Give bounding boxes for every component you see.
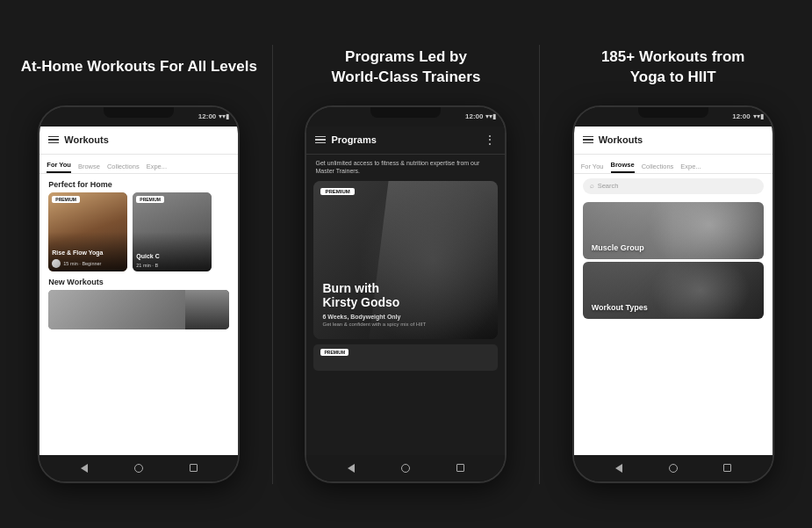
- workout-cards-1: Premium Rise & Flow Yoga 15 min · Beginn…: [40, 192, 238, 271]
- phone-2: 12:00 ▾▾▮ Programs ⋮ Get unlimited acces…: [305, 105, 507, 483]
- panel-1: At-Home Workouts For All Levels 12:00 ▾▾…: [11, 46, 266, 483]
- phone-3: 12:00 ▾▾▮ Workouts For You Browse Collec…: [572, 105, 774, 483]
- phone-2-app-title: Programs: [331, 134, 478, 145]
- new-workout-strip[interactable]: [48, 290, 229, 329]
- search-bar-3[interactable]: ⌕ Search: [583, 178, 764, 194]
- phone-1-status-icons: ▾▾▮: [219, 112, 229, 120]
- phone-3-content: Workouts For You Browse Collections Expe…: [574, 127, 772, 455]
- program-description: Get unlimited access to fitness & nutrit…: [306, 155, 505, 182]
- program-sub: 6 Weeks, Bodyweight Only: [322, 314, 489, 320]
- tab-for-you-1[interactable]: For You: [47, 161, 71, 173]
- phone-3-app-header: Workouts: [574, 127, 772, 155]
- panel-3-heading: 185+ Workouts from Yoga to HIIT: [601, 46, 745, 90]
- panel-2: Programs Led by World-Class Trainers 12:…: [278, 46, 533, 483]
- browse-card-muscle[interactable]: Muscle Group: [583, 202, 764, 259]
- home-button-1[interactable]: [132, 461, 146, 475]
- home-button-2[interactable]: [399, 461, 413, 475]
- home-icon-1: [134, 464, 143, 473]
- phone-1: 12:00 ▾▾▮ Workouts For You Browse Collec…: [38, 105, 240, 483]
- phone-1-app-title: Workouts: [64, 134, 229, 145]
- program-premium-badge: Premium: [320, 188, 354, 195]
- recents-icon-1: [190, 464, 198, 472]
- strip-figure: [185, 290, 229, 329]
- phone-3-tabs: For You Browse Collections Expe...: [574, 155, 772, 174]
- yoga-card-meta: 15 min · Beginner: [52, 259, 124, 268]
- back-button-1[interactable]: [77, 461, 91, 475]
- hamburger-icon-3[interactable]: [583, 136, 593, 144]
- phone-3-time: 12:00: [732, 112, 750, 120]
- home-icon-2: [401, 464, 410, 473]
- hamburger-icon-1[interactable]: [48, 136, 59, 144]
- tab-expert-3[interactable]: Expe...: [680, 163, 701, 173]
- search-icon-3: ⌕: [590, 182, 594, 190]
- phone-1-app-header: Workouts: [40, 127, 238, 155]
- phone-2-nav: [306, 455, 505, 481]
- tab-for-you-3[interactable]: For You: [581, 163, 604, 173]
- program-name: Burn with Kirsty Godso: [322, 281, 489, 311]
- search-placeholder-3: Search: [598, 182, 619, 190]
- phone-1-tabs: For You Browse Collections Expe...: [40, 155, 238, 174]
- card2-meta: 21 min · B: [136, 263, 208, 268]
- divider-2: [539, 45, 540, 484]
- card2-title: Quick C: [136, 253, 208, 260]
- tab-expert-1[interactable]: Expe...: [147, 163, 167, 173]
- browse-grid-3: Muscle Group Workout Types: [574, 199, 772, 322]
- phone-2-app-header: Programs ⋮: [306, 127, 505, 155]
- phone-3-app-title: Workouts: [599, 134, 764, 145]
- new-workouts-label: New Workouts: [40, 271, 238, 290]
- workout-card-2[interactable]: Premium Quick C 21 min · B: [133, 192, 212, 271]
- back-icon-3: [615, 464, 622, 473]
- panel-2-heading: Programs Led by World-Class Trainers: [332, 46, 481, 90]
- recents-button-2[interactable]: [453, 461, 467, 475]
- recents-icon-2: [456, 464, 464, 472]
- phone-3-nav: [574, 455, 772, 481]
- phone-2-status-bar: 12:00 ▾▾▮: [306, 107, 505, 127]
- second-premium-badge: Premium: [320, 349, 349, 356]
- back-button-3[interactable]: [612, 461, 626, 475]
- home-icon-3: [669, 464, 678, 473]
- hamburger-icon-2[interactable]: [315, 136, 326, 144]
- workout-card-yoga[interactable]: Premium Rise & Flow Yoga 15 min · Beginn…: [48, 192, 127, 271]
- panel-3: 185+ Workouts from Yoga to HIIT 12:00 ▾▾…: [546, 46, 801, 483]
- yoga-meta-text: 15 min · Beginner: [63, 261, 101, 266]
- tab-collections-3[interactable]: Collections: [642, 163, 674, 173]
- phone-1-content: Workouts For You Browse Collections Expe…: [40, 127, 238, 455]
- tab-browse-1[interactable]: Browse: [78, 163, 100, 173]
- card2-premium-badge: Premium: [136, 196, 164, 203]
- muscle-group-label: Muscle Group: [592, 243, 644, 252]
- back-icon-2: [348, 464, 355, 473]
- workout-types-label: Workout Types: [592, 303, 648, 312]
- panel-1-heading: At-Home Workouts For All Levels: [21, 46, 257, 90]
- back-icon-1: [81, 464, 88, 473]
- recents-button-3[interactable]: [721, 461, 735, 475]
- phone-3-status-bar: 12:00 ▾▾▮: [574, 107, 772, 127]
- tab-browse-3[interactable]: Browse: [611, 161, 635, 173]
- phone-1-time: 12:00: [198, 112, 216, 120]
- yoga-avatar: [52, 259, 61, 268]
- card2-info: Quick C 21 min · B: [136, 253, 208, 267]
- yoga-card-title: Rise & Flow Yoga: [52, 250, 124, 257]
- divider-1: [272, 45, 273, 484]
- main-container: At-Home Workouts For All Levels 12:00 ▾▾…: [0, 0, 812, 528]
- program-desc: Get lean & confident with a spicy mix of…: [322, 322, 489, 327]
- tab-collections-1[interactable]: Collections: [107, 163, 140, 173]
- recents-button-1[interactable]: [186, 461, 200, 475]
- section-label-1: Perfect for Home: [40, 174, 238, 192]
- phone-1-nav: [40, 455, 238, 481]
- phone-2-content: Programs ⋮ Get unlimited access to fitne…: [306, 127, 505, 455]
- more-options-icon-2[interactable]: ⋮: [484, 133, 496, 147]
- phone-3-status-icons: ▾▾▮: [753, 112, 764, 120]
- phone-2-time: 12:00: [465, 112, 483, 120]
- yoga-premium-badge: Premium: [52, 196, 80, 203]
- phone-2-status-icons: ▾▾▮: [485, 112, 496, 120]
- home-button-3[interactable]: [666, 461, 680, 475]
- yoga-card-info: Rise & Flow Yoga 15 min · Beginner: [52, 250, 124, 267]
- back-button-2[interactable]: [344, 461, 358, 475]
- program-info: Burn with Kirsty Godso 6 Weeks, Bodyweig…: [322, 281, 489, 328]
- phone-1-status-bar: 12:00 ▾▾▮: [40, 107, 238, 127]
- recents-icon-3: [723, 464, 731, 472]
- second-program-card[interactable]: Premium: [313, 344, 498, 371]
- card2-meta-text: 21 min · B: [136, 263, 158, 268]
- main-program-card[interactable]: Premium Burn with Kirsty Godso 6 Weeks, …: [313, 181, 498, 339]
- browse-card-workout-types[interactable]: Workout Types: [583, 262, 764, 319]
